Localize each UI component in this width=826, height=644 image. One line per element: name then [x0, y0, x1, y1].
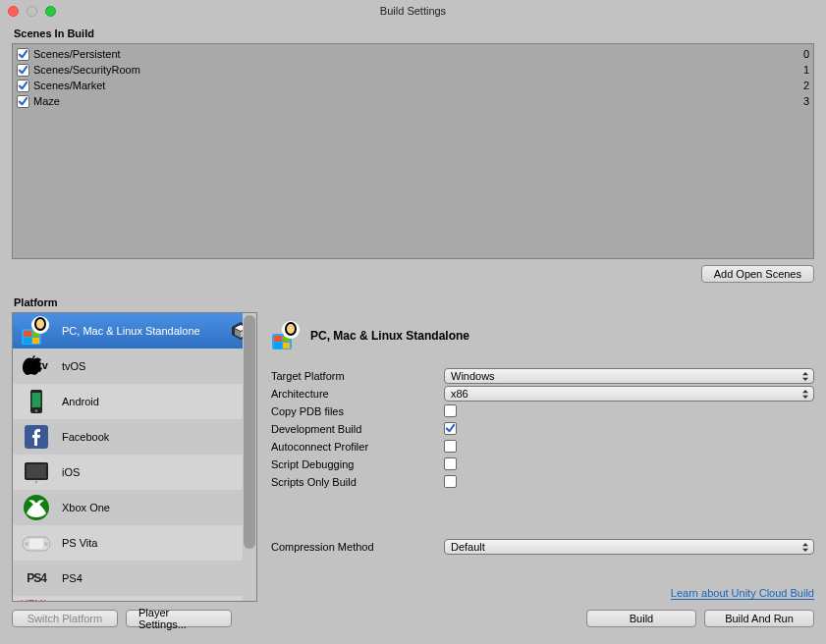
svg-rect-4 [32, 338, 39, 344]
footer: Switch Platform Player Settings... Build… [0, 602, 826, 627]
ps4-icon: PS4 [21, 563, 52, 594]
svg-rect-14 [32, 393, 41, 407]
copy-pdb-checkbox[interactable] [444, 404, 457, 417]
platform-item-label: HTML [21, 599, 248, 603]
facebook-icon [21, 421, 52, 453]
apple-tv-icon: tv [21, 350, 52, 382]
scene-index: 0 [803, 48, 809, 60]
script-debug-checkbox[interactable] [444, 457, 457, 470]
player-settings-button[interactable]: Player Settings... [126, 610, 232, 627]
scrollbar[interactable] [243, 313, 256, 601]
scene-name: Scenes/SecurityRoom [33, 64, 803, 76]
zoom-window-button[interactable] [45, 6, 56, 17]
compression-label: Compression Method [271, 541, 444, 553]
platform-item-label: Android [62, 396, 248, 407]
scene-name: Maze [33, 95, 803, 107]
autoconnect-checkbox[interactable] [444, 440, 457, 453]
platform-item-label: Xbox One [62, 502, 248, 513]
platform-item-ps4[interactable]: PS4 PS4 [13, 561, 256, 596]
architecture-select[interactable]: x86 [444, 386, 814, 402]
titlebar: Build Settings [0, 0, 826, 22]
minimize-window-button[interactable] [27, 6, 37, 17]
svg-point-32 [287, 324, 295, 334]
window-controls [0, 6, 56, 17]
scene-row[interactable]: Scenes/Market 2 [17, 78, 809, 93]
svg-rect-28 [274, 343, 282, 349]
standalone-icon [21, 315, 52, 347]
svg-rect-29 [283, 343, 290, 349]
add-open-scenes-button[interactable]: Add Open Scenes [701, 265, 814, 283]
details-title: PC, Mac & Linux Standalone [310, 329, 469, 343]
platform-item-html[interactable]: HTML [13, 596, 256, 602]
scene-row[interactable]: Scenes/Persistent 0 [17, 46, 809, 62]
svg-rect-1 [24, 331, 31, 337]
scene-checkbox[interactable] [17, 48, 29, 61]
psvita-icon [21, 527, 52, 559]
svg-point-23 [25, 542, 28, 546]
scene-index: 2 [803, 80, 809, 91]
scene-row[interactable]: Scenes/SecurityRoom 1 [17, 62, 809, 78]
window-title: Build Settings [0, 5, 826, 17]
scripts-only-label: Scripts Only Build [271, 476, 444, 488]
platform-item-ios[interactable]: iOS [13, 455, 256, 490]
script-debug-label: Script Debugging [271, 458, 444, 470]
xbox-icon [21, 492, 52, 523]
svg-point-24 [44, 542, 48, 546]
dev-build-label: Development Build [271, 423, 444, 435]
standalone-icon [271, 320, 303, 351]
platform-item-android[interactable]: Android [13, 384, 256, 419]
scene-checkbox[interactable] [17, 95, 29, 108]
scene-name: Scenes/Market [33, 80, 803, 91]
scene-row[interactable]: Maze 3 [17, 93, 809, 109]
platform-item-standalone[interactable]: PC, Mac & Linux Standalone [13, 313, 256, 349]
ios-icon [21, 456, 52, 488]
switch-platform-button[interactable]: Switch Platform [12, 610, 118, 627]
platform-details: PC, Mac & Linux Standalone Target Platfo… [271, 312, 814, 602]
platform-item-psvita[interactable]: PS Vita [13, 525, 256, 561]
scenes-list[interactable]: Scenes/Persistent 0 Scenes/SecurityRoom … [12, 43, 814, 259]
target-platform-select[interactable]: Windows [444, 368, 814, 384]
platform-item-label: PC, Mac & Linux Standalone [62, 325, 248, 337]
scene-index: 3 [803, 95, 809, 107]
platform-item-label: Facebook [62, 431, 248, 443]
cloud-build-link[interactable]: Learn about Unity Cloud Build [671, 587, 814, 600]
copy-pdb-label: Copy PDB files [271, 405, 444, 417]
build-button[interactable]: Build [586, 610, 696, 627]
platform-item-label: PS4 [62, 572, 248, 584]
scripts-only-checkbox[interactable] [444, 475, 457, 488]
android-icon [21, 386, 52, 417]
svg-point-15 [35, 409, 37, 411]
scene-name: Scenes/Persistent [33, 48, 803, 60]
platform-item-label: iOS [62, 466, 248, 478]
close-window-button[interactable] [8, 6, 19, 17]
platform-item-facebook[interactable]: Facebook [13, 419, 256, 455]
platform-item-tvos[interactable]: tv tvOS [13, 349, 256, 384]
platform-item-xboxone[interactable]: Xbox One [13, 490, 256, 525]
target-platform-label: Target Platform [271, 370, 444, 382]
platform-item-label: tvOS [62, 360, 248, 372]
autoconnect-label: Autoconnect Profiler [271, 441, 444, 453]
build-and-run-button[interactable]: Build And Run [704, 610, 814, 627]
svg-rect-18 [27, 464, 46, 478]
svg-rect-3 [24, 338, 31, 344]
svg-point-19 [35, 481, 37, 483]
svg-point-7 [36, 319, 44, 329]
scene-checkbox[interactable] [17, 80, 29, 92]
scenes-in-build-header: Scenes In Build [0, 22, 826, 43]
platform-item-label: PS Vita [62, 537, 248, 549]
scrollbar-thumb[interactable] [244, 315, 255, 549]
compression-select[interactable]: Default [444, 539, 814, 555]
svg-rect-22 [29, 539, 43, 549]
svg-rect-26 [274, 336, 282, 342]
platform-header: Platform [0, 291, 826, 312]
svg-text:tv: tv [38, 359, 49, 371]
architecture-label: Architecture [271, 388, 444, 400]
dev-build-checkbox[interactable] [444, 422, 457, 435]
platform-list[interactable]: PC, Mac & Linux Standalone tv tvOS Andro… [12, 312, 257, 602]
scene-checkbox[interactable] [17, 64, 29, 77]
scene-index: 1 [803, 64, 809, 76]
